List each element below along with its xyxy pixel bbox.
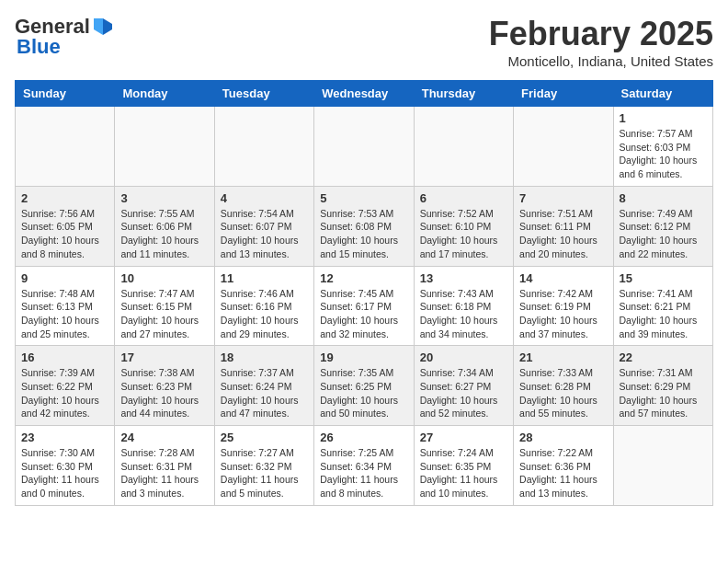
day-number: 13 (420, 271, 507, 285)
day-cell-6: 6Sunrise: 7:52 AM Sunset: 6:10 PM Daylig… (414, 186, 513, 266)
day-info: Sunrise: 7:39 AM Sunset: 6:22 PM Dayligh… (21, 366, 108, 420)
day-cell-9: 9Sunrise: 7:48 AM Sunset: 6:13 PM Daylig… (16, 266, 115, 346)
logo-icon (92, 17, 112, 37)
day-cell-3: 3Sunrise: 7:55 AM Sunset: 6:06 PM Daylig… (115, 186, 214, 266)
day-cell-14: 14Sunrise: 7:42 AM Sunset: 6:19 PM Dayli… (514, 266, 613, 346)
calendar-table: SundayMondayTuesdayWednesdayThursdayFrid… (15, 80, 713, 506)
day-info: Sunrise: 7:53 AM Sunset: 6:08 PM Dayligh… (320, 207, 407, 261)
empty-cell (514, 107, 613, 187)
empty-cell (314, 107, 414, 187)
day-info: Sunrise: 7:28 AM Sunset: 6:31 PM Dayligh… (120, 446, 208, 500)
day-number: 28 (519, 431, 607, 444)
weekday-friday: Friday (514, 81, 613, 107)
day-number: 17 (120, 350, 208, 364)
day-info: Sunrise: 7:51 AM Sunset: 6:11 PM Dayligh… (519, 207, 607, 261)
day-info: Sunrise: 7:34 AM Sunset: 6:27 PM Dayligh… (420, 366, 507, 420)
day-cell-8: 8Sunrise: 7:49 AM Sunset: 6:12 PM Daylig… (613, 186, 712, 266)
day-cell-1: 1Sunrise: 7:57 AM Sunset: 6:03 PM Daylig… (613, 107, 712, 187)
day-info: Sunrise: 7:52 AM Sunset: 6:10 PM Dayligh… (420, 207, 507, 261)
day-number: 2 (21, 191, 108, 205)
weekday-thursday: Thursday (414, 81, 513, 107)
day-number: 20 (420, 350, 507, 364)
empty-cell (16, 107, 115, 187)
day-info: Sunrise: 7:41 AM Sunset: 6:21 PM Dayligh… (620, 287, 707, 341)
day-info: Sunrise: 7:42 AM Sunset: 6:19 PM Dayligh… (519, 287, 607, 341)
day-info: Sunrise: 7:37 AM Sunset: 6:24 PM Dayligh… (221, 366, 308, 420)
title-block: February 2025 Monticello, Indiana, Unite… (489, 15, 713, 69)
day-number: 21 (519, 350, 607, 364)
day-info: Sunrise: 7:54 AM Sunset: 6:07 PM Dayligh… (221, 207, 308, 261)
day-info: Sunrise: 7:30 AM Sunset: 6:30 PM Dayligh… (21, 446, 108, 500)
day-info: Sunrise: 7:35 AM Sunset: 6:25 PM Dayligh… (320, 366, 407, 420)
day-cell-15: 15Sunrise: 7:41 AM Sunset: 6:21 PM Dayli… (613, 266, 712, 346)
day-info: Sunrise: 7:47 AM Sunset: 6:15 PM Dayligh… (120, 287, 208, 341)
day-cell-17: 17Sunrise: 7:38 AM Sunset: 6:23 PM Dayli… (115, 346, 214, 426)
day-cell-13: 13Sunrise: 7:43 AM Sunset: 6:18 PM Dayli… (414, 266, 513, 346)
svg-marker-0 (103, 18, 112, 35)
day-number: 4 (221, 191, 308, 205)
day-cell-18: 18Sunrise: 7:37 AM Sunset: 6:24 PM Dayli… (214, 346, 313, 426)
weekday-header-row: SundayMondayTuesdayWednesdayThursdayFrid… (16, 81, 713, 107)
day-number: 7 (519, 191, 607, 205)
week-row-2: 2Sunrise: 7:56 AM Sunset: 6:05 PM Daylig… (16, 186, 713, 266)
day-number: 24 (120, 431, 208, 444)
empty-cell (115, 107, 214, 187)
weekday-tuesday: Tuesday (214, 81, 313, 107)
svg-marker-1 (94, 18, 103, 35)
day-info: Sunrise: 7:25 AM Sunset: 6:34 PM Dayligh… (320, 446, 407, 500)
day-number: 14 (519, 271, 607, 285)
day-number: 11 (221, 271, 308, 285)
day-cell-2: 2Sunrise: 7:56 AM Sunset: 6:05 PM Daylig… (16, 186, 115, 266)
day-info: Sunrise: 7:22 AM Sunset: 6:36 PM Dayligh… (519, 446, 607, 500)
day-cell-22: 22Sunrise: 7:31 AM Sunset: 6:29 PM Dayli… (613, 346, 712, 426)
day-number: 22 (620, 350, 707, 364)
day-info: Sunrise: 7:48 AM Sunset: 6:13 PM Dayligh… (21, 287, 108, 341)
day-cell-23: 23Sunrise: 7:30 AM Sunset: 6:30 PM Dayli… (16, 426, 115, 506)
day-cell-27: 27Sunrise: 7:24 AM Sunset: 6:35 PM Dayli… (414, 426, 513, 506)
day-number: 6 (420, 191, 507, 205)
day-info: Sunrise: 7:24 AM Sunset: 6:35 PM Dayligh… (420, 446, 507, 500)
day-info: Sunrise: 7:49 AM Sunset: 6:12 PM Dayligh… (620, 207, 707, 261)
day-info: Sunrise: 7:38 AM Sunset: 6:23 PM Dayligh… (120, 366, 208, 420)
empty-cell (613, 426, 712, 506)
day-info: Sunrise: 7:33 AM Sunset: 6:28 PM Dayligh… (519, 366, 607, 420)
day-number: 16 (21, 350, 108, 364)
day-number: 25 (221, 431, 308, 444)
day-number: 19 (320, 350, 407, 364)
day-number: 15 (620, 271, 707, 285)
day-cell-25: 25Sunrise: 7:27 AM Sunset: 6:32 PM Dayli… (214, 426, 313, 506)
day-cell-28: 28Sunrise: 7:22 AM Sunset: 6:36 PM Dayli… (514, 426, 613, 506)
day-cell-16: 16Sunrise: 7:39 AM Sunset: 6:22 PM Dayli… (16, 346, 115, 426)
weekday-wednesday: Wednesday (314, 81, 414, 107)
location: Monticello, Indiana, United States (489, 53, 713, 69)
day-info: Sunrise: 7:31 AM Sunset: 6:29 PM Dayligh… (620, 366, 707, 420)
day-number: 26 (320, 431, 407, 444)
day-number: 9 (21, 271, 108, 285)
weekday-saturday: Saturday (613, 81, 712, 107)
week-row-3: 9Sunrise: 7:48 AM Sunset: 6:13 PM Daylig… (16, 266, 713, 346)
day-info: Sunrise: 7:56 AM Sunset: 6:05 PM Dayligh… (21, 207, 108, 261)
day-number: 8 (620, 191, 707, 205)
empty-cell (414, 107, 513, 187)
day-info: Sunrise: 7:55 AM Sunset: 6:06 PM Dayligh… (120, 207, 208, 261)
logo: General Blue (15, 15, 112, 59)
day-cell-26: 26Sunrise: 7:25 AM Sunset: 6:34 PM Dayli… (314, 426, 414, 506)
day-cell-10: 10Sunrise: 7:47 AM Sunset: 6:15 PM Dayli… (115, 266, 214, 346)
day-number: 1 (620, 111, 707, 125)
day-cell-5: 5Sunrise: 7:53 AM Sunset: 6:08 PM Daylig… (314, 186, 414, 266)
day-number: 10 (120, 271, 208, 285)
calendar-page: General Blue February 2025 Monticello, I… (0, 0, 728, 521)
day-info: Sunrise: 7:46 AM Sunset: 6:16 PM Dayligh… (221, 287, 308, 341)
week-row-1: 1Sunrise: 7:57 AM Sunset: 6:03 PM Daylig… (16, 107, 713, 187)
day-number: 27 (420, 431, 507, 444)
day-cell-20: 20Sunrise: 7:34 AM Sunset: 6:27 PM Dayli… (414, 346, 513, 426)
day-info: Sunrise: 7:43 AM Sunset: 6:18 PM Dayligh… (420, 287, 507, 341)
day-info: Sunrise: 7:27 AM Sunset: 6:32 PM Dayligh… (221, 446, 308, 500)
day-number: 5 (320, 191, 407, 205)
empty-cell (214, 107, 313, 187)
day-cell-21: 21Sunrise: 7:33 AM Sunset: 6:28 PM Dayli… (514, 346, 613, 426)
week-row-5: 23Sunrise: 7:30 AM Sunset: 6:30 PM Dayli… (16, 426, 713, 506)
day-cell-11: 11Sunrise: 7:46 AM Sunset: 6:16 PM Dayli… (214, 266, 313, 346)
day-number: 23 (21, 431, 108, 444)
day-cell-19: 19Sunrise: 7:35 AM Sunset: 6:25 PM Dayli… (314, 346, 414, 426)
